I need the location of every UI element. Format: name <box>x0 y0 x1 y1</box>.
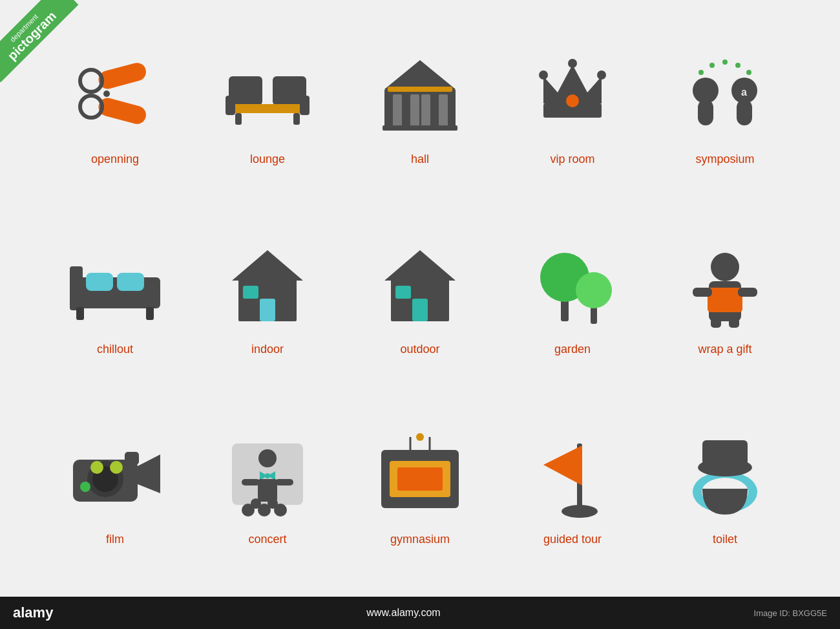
svg-rect-8 <box>226 96 235 115</box>
svg-rect-66 <box>125 452 139 465</box>
indoor-icon <box>229 240 306 331</box>
svg-point-28 <box>746 70 751 75</box>
svg-rect-45 <box>243 286 258 299</box>
svg-rect-75 <box>242 479 260 485</box>
main-content: openning <box>0 0 840 597</box>
svg-rect-32 <box>698 100 713 125</box>
svg-point-24 <box>568 59 577 68</box>
concert-label: concert <box>248 533 286 546</box>
svg-point-29 <box>709 63 715 68</box>
svg-rect-48 <box>412 299 428 321</box>
svg-point-55 <box>711 253 739 281</box>
svg-rect-10 <box>235 113 242 125</box>
toilet-icon <box>689 431 761 521</box>
svg-rect-14 <box>388 87 452 92</box>
svg-point-73 <box>265 473 270 478</box>
symposium-label: symposium <box>695 153 754 166</box>
svg-rect-37 <box>70 266 83 310</box>
corner-banner: department pictogram <box>0 0 84 84</box>
film-icon <box>70 431 160 521</box>
openning-icon <box>73 50 157 141</box>
outdoor-icon <box>381 240 459 331</box>
svg-rect-18 <box>439 94 448 128</box>
hall-label: hall <box>411 153 429 166</box>
svg-point-67 <box>80 482 90 492</box>
film-label: film <box>106 533 124 546</box>
svg-marker-46 <box>384 250 456 281</box>
svg-rect-34 <box>737 100 752 125</box>
svg-text:a: a <box>741 87 747 98</box>
svg-point-85 <box>416 433 424 441</box>
svg-rect-41 <box>146 307 154 320</box>
guided-tour-label: guided tour <box>543 533 602 546</box>
svg-rect-58 <box>738 288 757 297</box>
svg-rect-15 <box>393 94 402 128</box>
svg-rect-52 <box>591 307 597 324</box>
image-code: Image ID: BXGG5E <box>754 608 827 618</box>
svg-point-64 <box>90 461 103 474</box>
icon-item-hall: hall <box>355 50 485 166</box>
svg-rect-60 <box>729 318 739 328</box>
symposium-icon: a <box>680 50 770 141</box>
hall-icon <box>381 50 459 141</box>
svg-point-22 <box>566 94 579 107</box>
icon-item-gymnasium: gymnasium <box>355 431 485 546</box>
svg-rect-40 <box>76 307 84 320</box>
icon-item-symposium: a symposium <box>660 50 790 166</box>
svg-rect-59 <box>711 318 721 328</box>
svg-rect-74 <box>258 479 277 502</box>
toilet-label: toilet <box>713 533 737 546</box>
svg-point-4 <box>103 91 110 97</box>
svg-rect-0 <box>96 61 148 91</box>
openning-label: openning <box>91 153 139 166</box>
icon-row-2: chillout indoor <box>39 240 801 356</box>
svg-marker-13 <box>384 60 456 89</box>
icon-item-chillout: chillout <box>50 240 180 356</box>
vip-room-label: vip room <box>550 153 594 166</box>
chillout-icon <box>67 240 163 331</box>
icon-item-concert: concert <box>203 431 332 546</box>
svg-rect-7 <box>229 104 306 113</box>
svg-rect-44 <box>260 299 275 321</box>
alamy-logo: alamy <box>13 604 53 621</box>
gymnasium-label: gymnasium <box>390 533 450 546</box>
svg-rect-1 <box>96 96 148 125</box>
icon-item-vip-room: vip room <box>508 50 637 166</box>
icon-item-toilet: toilet <box>660 431 790 546</box>
garden-label: garden <box>554 343 591 356</box>
svg-rect-36 <box>70 277 160 308</box>
garden-icon <box>527 240 618 331</box>
lounge-label: lounge <box>250 153 285 166</box>
svg-rect-57 <box>693 288 712 297</box>
svg-rect-19 <box>383 125 457 131</box>
guided-tour-icon <box>537 431 608 521</box>
alamy-url: www.alamy.com <box>366 607 440 619</box>
svg-point-81 <box>268 498 278 509</box>
svg-point-80 <box>251 498 261 509</box>
svg-point-53 <box>576 272 612 308</box>
svg-marker-68 <box>138 454 160 493</box>
svg-rect-16 <box>410 94 419 128</box>
outdoor-label: outdoor <box>400 343 439 356</box>
svg-point-26 <box>722 59 728 65</box>
icon-item-lounge: lounge <box>203 50 332 166</box>
gymnasium-icon <box>378 431 462 521</box>
bottom-bar: alamy www.alamy.com Image ID: BXGG5E <box>0 597 840 629</box>
svg-rect-49 <box>395 286 411 299</box>
svg-rect-76 <box>275 479 293 485</box>
indoor-label: indoor <box>251 343 284 356</box>
svg-point-25 <box>597 70 606 80</box>
svg-point-70 <box>258 449 277 467</box>
lounge-icon <box>226 50 310 141</box>
wrap-gift-label: wrap a gift <box>698 343 751 356</box>
vip-room-icon <box>537 50 608 141</box>
svg-rect-17 <box>421 94 430 128</box>
svg-marker-42 <box>232 250 303 281</box>
icon-item-film: film <box>50 431 180 546</box>
svg-point-94 <box>698 458 752 476</box>
svg-rect-56 <box>708 288 742 312</box>
svg-rect-9 <box>300 96 310 115</box>
wrap-gift-icon <box>689 240 761 331</box>
icon-item-outdoor: outdoor <box>355 240 485 356</box>
icon-item-indoor: indoor <box>203 240 332 356</box>
